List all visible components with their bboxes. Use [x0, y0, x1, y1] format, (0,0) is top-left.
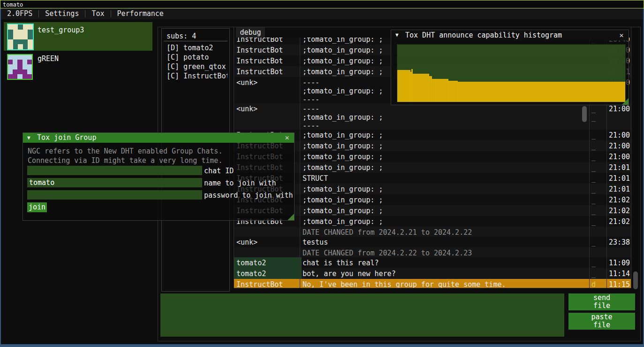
message-timestamp: 11:14: [609, 270, 630, 278]
message-timestamp: 21:00: [609, 131, 630, 139]
menu-item-performance[interactable]: Performance: [111, 8, 170, 19]
avatar-pixel: [8, 69, 13, 74]
group-avatar: [7, 54, 33, 80]
message-input[interactable]: [160, 293, 564, 337]
avatar-pixel: [18, 24, 23, 30]
subs-member-green_qtox[interactable]: [C] green_qtox: [167, 62, 227, 71]
avatar-pixel: [17, 74, 22, 79]
histogram-bar: [432, 79, 448, 102]
close-icon[interactable]: ✕: [283, 133, 291, 143]
join-field-password-to-join-with[interactable]: [27, 190, 202, 200]
message-sender: <unk>: [234, 103, 302, 130]
separator: [164, 41, 227, 41]
avatar-pixel: [13, 30, 18, 35]
join-field-chat-id[interactable]: [27, 166, 202, 175]
avatar-pixel: [18, 44, 23, 49]
date-changed-notice: DATE CHANGED from 2024.2.22 to 2024.2.23: [303, 249, 588, 257]
message-timestamp: 23:38: [609, 238, 630, 247]
avatar-pixel: [8, 55, 13, 60]
group-name: test_group3: [38, 26, 84, 34]
avatar-pixel: [23, 34, 28, 39]
menu-item-tox[interactable]: Tox: [85, 8, 110, 19]
chat-row[interactable]: InstructBotNo, I've been in this group f…: [234, 279, 631, 288]
avatar-pixel: [27, 60, 32, 64]
avatar-pixel: [23, 55, 27, 60]
close-icon[interactable]: ✕: [617, 30, 626, 40]
avatar-pixel: [8, 39, 13, 45]
avatar-pixel: [13, 55, 17, 60]
paste-file-button[interactable]: paste file: [568, 313, 635, 330]
menu-item-20fps[interactable]: 2.0FPS: [1, 8, 38, 19]
message-timestamp: 21:00: [609, 105, 630, 113]
avatar-pixel: [17, 64, 22, 69]
histogram-plot: [397, 44, 626, 102]
message-sender: InstructBot: [234, 66, 302, 77]
chat-scrollbar-track[interactable]: [633, 27, 638, 288]
chat-row[interactable]: <unk>---- ;tomato_in_group: ; ----_ _21:…: [234, 103, 631, 130]
avatar-pixel: [27, 64, 32, 69]
dht-histogram-window: ▼ Tox DHT announce capability histogram …: [391, 30, 629, 105]
resize-grip[interactable]: [622, 98, 629, 105]
send-file-button[interactable]: send file: [568, 293, 635, 310]
collapse-icon[interactable]: ▼: [395, 30, 399, 40]
message-status-flags: _ _: [591, 105, 606, 122]
resize-grip[interactable]: [288, 214, 294, 220]
join-field-name-to-join-with[interactable]: [27, 178, 202, 187]
subs-member-potato[interactable]: [C] potato: [167, 53, 227, 62]
chat-row[interactable]: DATE CHANGED from 2024.2.21 to 2024.2.22: [234, 227, 631, 237]
avatar-pixel: [18, 30, 23, 35]
subs-count: subs: 4: [167, 32, 196, 40]
date-changed-notice: DATE CHANGED from 2024.2.21 to 2024.2.22: [303, 228, 588, 237]
chat-scrollbar-thumb[interactable]: [633, 271, 638, 289]
join-group-titlebar[interactable]: ▼ Tox join Group ✕: [23, 133, 294, 143]
tab-debug[interactable]: debug: [236, 27, 265, 38]
join-group-window: ▼ Tox join Group ✕ NGC refers to the New…: [23, 132, 295, 221]
chat-row[interactable]: DATE CHANGED from 2024.2.22 to 2024.2.23: [234, 247, 631, 258]
message-sender: InstructBot: [234, 55, 302, 66]
message-timestamp: 21:01: [609, 185, 630, 193]
chat-row[interactable]: <unk>testus_ _23:38: [234, 237, 631, 248]
avatar-pixel: [28, 44, 33, 49]
avatar-pixel: [18, 34, 23, 39]
message-text: ;tomato_in_group: ;: [303, 142, 588, 150]
avatar-pixel: [18, 39, 23, 45]
message-cell-scrollbar[interactable]: [582, 106, 587, 122]
avatar-pixel: [23, 74, 27, 79]
avatar-pixel: [23, 30, 28, 35]
ngc-info-line-2: Connecting via ID might take a very long…: [28, 156, 222, 165]
chat-row[interactable]: tomato2bot, are you new here?_ _11:14: [234, 268, 631, 279]
avatar-pixel: [27, 69, 32, 74]
message-sender: <unk>: [234, 77, 302, 103]
chat-row[interactable]: tomato2chat is this real?_ _11:09: [234, 257, 631, 269]
group-avatar: [7, 23, 34, 50]
avatar-pixel: [8, 30, 13, 35]
avatar-pixel: [13, 64, 17, 69]
join-group-title: Tox join Group: [37, 133, 96, 143]
avatar-pixel: [8, 34, 13, 39]
window-title: tomato: [3, 1, 23, 8]
column-separator: [300, 34, 300, 288]
dht-histogram-titlebar[interactable]: ▼ Tox DHT announce capability histogram …: [391, 30, 629, 40]
group-item-test_group3[interactable]: test_group3: [4, 22, 152, 51]
message-sender: <unk>: [234, 237, 302, 247]
avatar-pixel: [23, 39, 28, 45]
message-sender: tomato2: [234, 268, 302, 279]
join-field-label: password to join with: [204, 191, 293, 200]
subs-member-InstructBot[interactable]: [C] InstructBot: [167, 71, 227, 81]
os-title-bar[interactable]: tomato: [0, 0, 644, 8]
menu-item-settings[interactable]: Settings: [39, 8, 85, 19]
collapse-icon[interactable]: ▼: [27, 133, 30, 143]
avatar-pixel: [28, 34, 33, 39]
avatar-pixel: [28, 39, 33, 45]
avatar-pixel: [13, 24, 18, 30]
avatar-pixel: [8, 24, 13, 30]
message-timestamp: 11:15: [609, 280, 630, 288]
menu-bar: 2.0FPSSettingsToxPerformance: [1, 8, 643, 19]
subs-member-tomato2[interactable]: [D] tomato2: [167, 43, 227, 53]
join-button[interactable]: join: [27, 202, 47, 212]
avatar-pixel: [13, 69, 17, 74]
avatar-pixel: [27, 74, 32, 79]
avatar-pixel: [23, 69, 27, 74]
dht-histogram-body: [391, 40, 629, 105]
group-item-green[interactable]: gREEN: [4, 53, 152, 80]
